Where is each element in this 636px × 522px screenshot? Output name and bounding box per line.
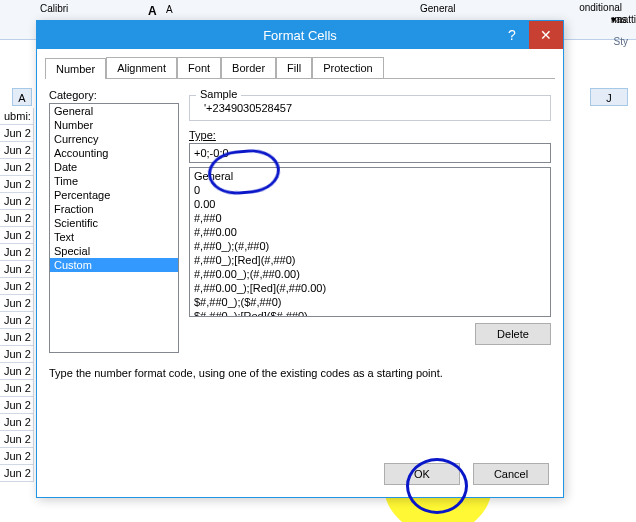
bg-cell: Jun 2 <box>0 414 34 431</box>
bg-cell: Jun 2 <box>0 329 34 346</box>
tab-protection[interactable]: Protection <box>312 57 384 78</box>
type-label: Type: <box>189 129 216 141</box>
category-item[interactable]: Currency <box>50 132 178 146</box>
bg-cell: Jun 2 <box>0 159 34 176</box>
bg-cell: Jun 2 <box>0 261 34 278</box>
bg-cell: Jun 2 <box>0 244 34 261</box>
bg-cell: Jun 2 <box>0 346 34 363</box>
format-code-item[interactable]: $#,##0_);($#,##0) <box>192 295 548 309</box>
category-item[interactable]: Special <box>50 244 178 258</box>
format-code-item[interactable]: #,##0.00 <box>192 225 548 239</box>
category-item[interactable]: Text <box>50 230 178 244</box>
bg-cell: Jun 2 <box>0 380 34 397</box>
ribbon-conditional: onditional <box>579 2 622 13</box>
hint-text: Type the number format code, using one o… <box>49 367 551 379</box>
bg-cell: ubmi: <box>0 108 34 125</box>
format-code-item[interactable]: #,##0 <box>192 211 548 225</box>
category-item[interactable]: General <box>50 104 178 118</box>
bg-cell: Jun 2 <box>0 210 34 227</box>
format-cells-dialog: Format Cells ? ✕ NumberAlignmentFontBord… <box>36 20 564 498</box>
bg-cell: Jun 2 <box>0 142 34 159</box>
bold-icon: A <box>148 4 157 18</box>
bg-cell: Jun 2 <box>0 465 34 482</box>
category-item[interactable]: Date <box>50 160 178 174</box>
bg-cell: Jun 2 <box>0 448 34 465</box>
bg-cell: Jun 2 <box>0 278 34 295</box>
category-item[interactable]: Number <box>50 118 178 132</box>
delete-button[interactable]: Delete <box>475 323 551 345</box>
format-code-item[interactable]: $#,##0_);[Red]($#,##0) <box>192 309 548 317</box>
tab-fill[interactable]: Fill <box>276 57 312 78</box>
type-input[interactable] <box>189 143 551 163</box>
ribbon-font-name: Calibri <box>40 3 68 14</box>
category-item[interactable]: Custom <box>50 258 178 272</box>
close-button[interactable]: ✕ <box>529 21 563 49</box>
bg-cell: Jun 2 <box>0 193 34 210</box>
ok-button[interactable]: OK <box>384 463 460 485</box>
font-icon: A <box>166 4 173 15</box>
bg-cell: Jun 2 <box>0 295 34 312</box>
col-header-j: J <box>590 88 628 106</box>
category-label: Category: <box>49 89 179 101</box>
format-code-item[interactable]: 0 <box>192 183 548 197</box>
sample-group: Sample '+2349030528457 <box>189 95 551 121</box>
tab-border[interactable]: Border <box>221 57 276 78</box>
tab-alignment[interactable]: Alignment <box>106 57 177 78</box>
tab-number[interactable]: Number <box>45 58 106 79</box>
bg-cell: Jun 2 <box>0 125 34 142</box>
sample-label: Sample <box>196 88 241 100</box>
styles-group-label: Sty <box>614 36 628 47</box>
category-item[interactable]: Percentage <box>50 188 178 202</box>
bg-cell: Jun 2 <box>0 176 34 193</box>
format-code-item[interactable]: 0.00 <box>192 197 548 211</box>
format-code-item[interactable]: #,##0_);[Red](#,##0) <box>192 253 548 267</box>
format-code-item[interactable]: #,##0_);(#,##0) <box>192 239 548 253</box>
format-code-item[interactable]: #,##0.00_);(#,##0.00) <box>192 267 548 281</box>
dialog-titlebar: Format Cells ? ✕ <box>37 21 563 49</box>
category-item[interactable]: Accounting <box>50 146 178 160</box>
dialog-title: Format Cells <box>263 28 337 43</box>
ribbon-formatting: rmatting ▾ as <box>611 14 616 25</box>
tab-font[interactable]: Font <box>177 57 221 78</box>
category-item[interactable]: Fraction <box>50 202 178 216</box>
category-item[interactable]: Time <box>50 174 178 188</box>
bg-cell: Jun 2 <box>0 312 34 329</box>
category-item[interactable]: Scientific <box>50 216 178 230</box>
bg-cell: Jun 2 <box>0 397 34 414</box>
bg-cell: Jun 2 <box>0 363 34 380</box>
sample-value: '+2349030528457 <box>196 102 544 114</box>
format-code-item[interactable]: General <box>192 169 548 183</box>
format-codes-listbox[interactable]: General00.00#,##0#,##0.00#,##0_);(#,##0)… <box>189 167 551 317</box>
dialog-actions: OK Cancel <box>374 463 549 485</box>
cancel-button[interactable]: Cancel <box>473 463 549 485</box>
bg-cell: Jun 2 <box>0 227 34 244</box>
format-code-item[interactable]: #,##0.00_);[Red](#,##0.00) <box>192 281 548 295</box>
dialog-tab-strip: NumberAlignmentFontBorderFillProtection <box>45 57 555 79</box>
help-button[interactable]: ? <box>495 21 529 49</box>
col-header-a: A <box>12 88 32 106</box>
bg-cell: Jun 2 <box>0 431 34 448</box>
ribbon-general: General <box>420 3 456 14</box>
category-listbox[interactable]: GeneralNumberCurrencyAccountingDateTimeP… <box>49 103 179 353</box>
